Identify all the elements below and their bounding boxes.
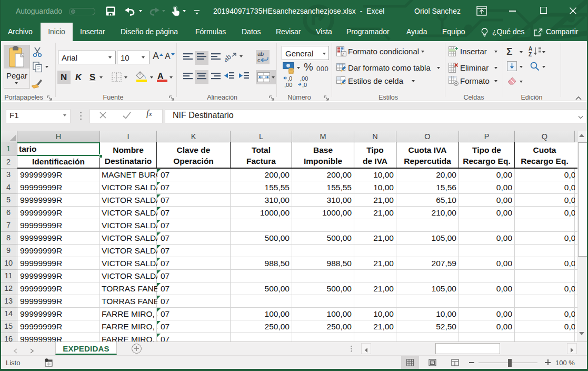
- svg-text:ab: ab: [257, 51, 264, 57]
- svg-text:,0: ,0: [287, 76, 292, 82]
- svg-text:c: c: [257, 57, 261, 63]
- svg-text:ab: ab: [225, 53, 233, 63]
- svg-text:,00: ,00: [300, 76, 308, 82]
- svg-text:Z: Z: [529, 52, 532, 57]
- svg-text:A: A: [529, 46, 532, 52]
- svg-text:,00: ,00: [284, 82, 292, 88]
- svg-text:≠: ≠: [342, 52, 345, 57]
- svg-text:,0: ,0: [302, 82, 307, 88]
